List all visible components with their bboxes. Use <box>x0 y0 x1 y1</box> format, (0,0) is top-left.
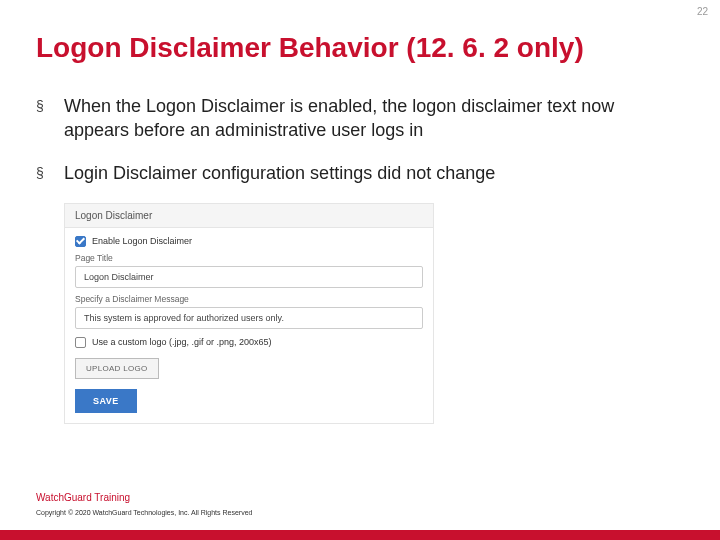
custom-logo-label: Use a custom logo (.jpg, .gif or .png, 2… <box>92 337 272 347</box>
upload-logo-button[interactable]: UPLOAD LOGO <box>75 358 159 379</box>
enable-label: Enable Logon Disclaimer <box>92 236 192 246</box>
panel-body: Enable Logon Disclaimer Page Title Logon… <box>65 228 433 423</box>
message-textarea[interactable]: This system is approved for authorized u… <box>75 307 423 329</box>
copyright-text: Copyright © 2020 WatchGuard Technologies… <box>36 509 252 516</box>
bullet-marker-icon: § <box>36 94 64 143</box>
logon-disclaimer-panel: Logon Disclaimer Enable Logon Disclaimer… <box>64 203 434 424</box>
message-label: Specify a Disclaimer Message <box>75 294 423 304</box>
custom-logo-row: Use a custom logo (.jpg, .gif or .png, 2… <box>75 337 423 348</box>
bullet-item: § Login Disclaimer configuration setting… <box>36 161 680 185</box>
footer: WatchGuard Training Copyright © 2020 Wat… <box>36 492 252 516</box>
page-title-label: Page Title <box>75 253 423 263</box>
bullet-marker-icon: § <box>36 161 64 185</box>
panel-header: Logon Disclaimer <box>65 204 433 228</box>
save-button[interactable]: SAVE <box>75 389 137 413</box>
custom-logo-checkbox[interactable] <box>75 337 86 348</box>
bullet-text: Login Disclaimer configuration settings … <box>64 161 495 185</box>
training-label: WatchGuard Training <box>36 492 252 503</box>
page-number: 22 <box>697 6 708 17</box>
bullet-item: § When the Logon Disclaimer is enabled, … <box>36 94 680 143</box>
page-title: Logon Disclaimer Behavior (12. 6. 2 only… <box>36 32 584 64</box>
bullet-text: When the Logon Disclaimer is enabled, th… <box>64 94 680 143</box>
page-title-input[interactable]: Logon Disclaimer <box>75 266 423 288</box>
accent-bar <box>0 530 720 540</box>
enable-checkbox[interactable] <box>75 236 86 247</box>
content-area: § When the Logon Disclaimer is enabled, … <box>36 94 680 424</box>
enable-row: Enable Logon Disclaimer <box>75 236 423 247</box>
